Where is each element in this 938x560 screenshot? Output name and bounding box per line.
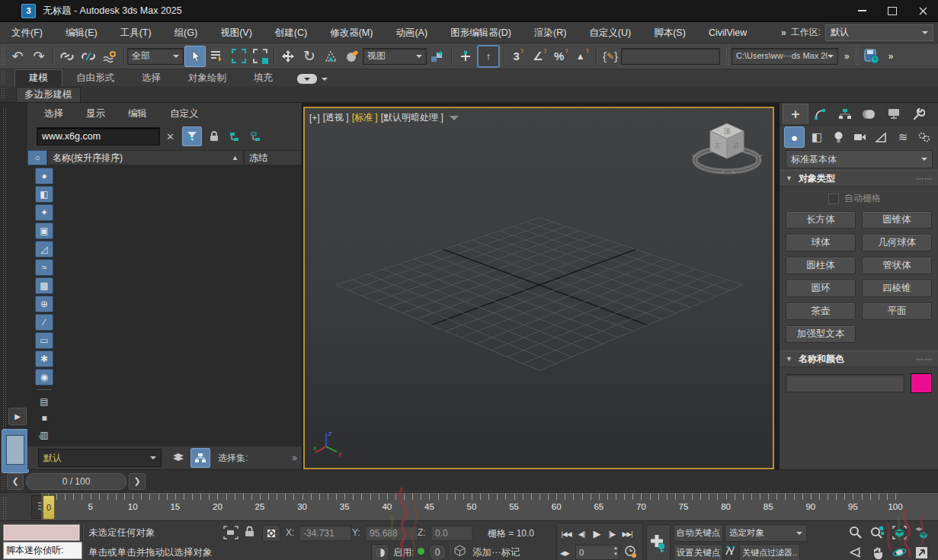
viewcube[interactable]: 顶 左 前 bbox=[690, 116, 764, 180]
primitive-button[interactable]: 几何球体 bbox=[862, 234, 932, 251]
category-systems-icon[interactable] bbox=[915, 127, 934, 147]
tab-utilities[interactable] bbox=[906, 104, 930, 124]
select-and-move-button[interactable] bbox=[278, 46, 298, 66]
snaps-toggle-3d[interactable]: 3ˀ bbox=[508, 46, 528, 66]
display-list-2-icon[interactable]: ■ bbox=[36, 411, 53, 426]
ribbon-minimize-button[interactable] bbox=[297, 74, 317, 84]
frame-spinner[interactable]: ▲▼ bbox=[613, 545, 618, 557]
explorer-preset-combo[interactable]: 默认 bbox=[38, 449, 162, 467]
use-pivot-center-button[interactable] bbox=[427, 46, 447, 66]
orbit-button[interactable] bbox=[888, 542, 911, 560]
time-slider-handle[interactable]: 0 bbox=[43, 495, 55, 520]
app-icon[interactable]: 3 bbox=[21, 4, 36, 18]
percent-snap-toggle[interactable]: %ˀ bbox=[551, 46, 571, 66]
clear-search-icon[interactable]: ✕ bbox=[160, 131, 181, 142]
selection-filter-combo[interactable]: 全部 bbox=[127, 48, 184, 65]
perspective-viewport[interactable]: [+] [透视 ] [标准 ] [默认明暗处理 ] 顶 左 前 x y bbox=[303, 107, 774, 469]
primitive-button[interactable]: 圆柱体 bbox=[786, 257, 856, 274]
undo-button[interactable]: ↶ bbox=[8, 46, 27, 66]
play-button[interactable]: ▶ bbox=[589, 525, 604, 542]
menu-item[interactable]: 工具(T) bbox=[109, 23, 163, 43]
previous-frame-arrow[interactable]: ❮ bbox=[7, 473, 24, 490]
toolbar-overflow-chevron[interactable]: » bbox=[838, 51, 854, 62]
display-containers-icon[interactable]: ▭ bbox=[35, 332, 53, 349]
macro-recorder-pane[interactable] bbox=[3, 524, 80, 541]
display-spacewarps-icon[interactable]: ≈ bbox=[35, 259, 53, 276]
layer-explorer-icon[interactable] bbox=[169, 449, 187, 467]
chevron-down-icon[interactable] bbox=[322, 78, 328, 84]
display-geometry-icon[interactable]: ● bbox=[35, 168, 53, 184]
display-hidden-icon[interactable]: ◉ bbox=[35, 369, 53, 386]
next-frame-arrow[interactable]: ❯ bbox=[129, 473, 146, 490]
reference-coordinate-combo[interactable]: 视图 bbox=[363, 48, 427, 65]
maximize-button[interactable] bbox=[877, 1, 908, 21]
keyboard-override-toggle[interactable]: ↑ bbox=[477, 45, 500, 68]
category-lights-icon[interactable] bbox=[829, 127, 848, 147]
degradation-zero-button[interactable]: 0 bbox=[428, 544, 447, 560]
leftdock-grip[interactable] bbox=[3, 108, 7, 468]
explorer-search-input[interactable] bbox=[37, 127, 160, 146]
menu-item[interactable]: 编辑(E) bbox=[54, 23, 109, 43]
next-frame-button[interactable]: ||▶ bbox=[604, 525, 619, 542]
pan-button[interactable] bbox=[866, 542, 888, 560]
redo-button[interactable]: ↷ bbox=[29, 46, 49, 66]
lock-icon[interactable] bbox=[205, 127, 223, 146]
menu-item[interactable]: 图形编辑器(D) bbox=[439, 23, 523, 43]
set-key-button[interactable]: 设置关键点 bbox=[674, 544, 723, 560]
previous-frame-button[interactable]: ◀|| bbox=[574, 525, 589, 542]
category-helpers-icon[interactable] bbox=[872, 127, 891, 147]
ribbon-subtab-polymodeling[interactable]: 多边形建模 bbox=[16, 87, 81, 102]
column-header-name[interactable]: 名称(按升序排序) ▲ bbox=[47, 150, 244, 165]
primitive-button[interactable]: 加强型文本 bbox=[786, 325, 856, 343]
maxscript-mini-listener[interactable]: 脚本迷你侦听: bbox=[3, 542, 82, 559]
resize-grip-icon[interactable]: ⋱ bbox=[930, 557, 936, 560]
timeline-grip[interactable] bbox=[3, 498, 7, 520]
absolute-mode-toggle[interactable] bbox=[262, 525, 280, 542]
select-and-link-button[interactable] bbox=[57, 46, 77, 66]
y-coordinate-field[interactable]: 95.688 bbox=[365, 525, 418, 541]
footer-overflow-chevron[interactable]: » bbox=[292, 453, 297, 463]
key-mode-toggle[interactable]: ◀▶ bbox=[557, 544, 572, 560]
tab-display[interactable] bbox=[882, 104, 906, 124]
search-filter-button[interactable] bbox=[182, 126, 202, 146]
bind-to-spacewarp-button[interactable] bbox=[100, 46, 120, 66]
viewport-layout-tab[interactable] bbox=[2, 429, 29, 473]
display-cameras-icon[interactable]: ▣ bbox=[35, 222, 53, 239]
display-groups-icon[interactable]: ▩ bbox=[35, 277, 53, 294]
expand-panel-button[interactable]: ▶ bbox=[8, 408, 27, 425]
frame-indicator[interactable]: 0 / 100 bbox=[26, 473, 126, 490]
category-spacewarps-icon[interactable]: ≋ bbox=[893, 127, 912, 147]
primitive-button[interactable]: 长方体 bbox=[786, 211, 856, 229]
toolbar-grip-2[interactable] bbox=[726, 46, 730, 66]
select-object-button[interactable] bbox=[184, 46, 206, 67]
display-shapes-icon[interactable]: ◧ bbox=[35, 186, 53, 203]
adaptive-degradation-button[interactable] bbox=[371, 544, 389, 560]
primitive-button[interactable]: 管状体 bbox=[862, 257, 932, 274]
explorer-menu-item[interactable]: 自定义 bbox=[170, 107, 199, 120]
expand-hierarchy-icon[interactable] bbox=[226, 127, 245, 146]
autobackup-button[interactable] bbox=[862, 46, 882, 66]
rollout-name-color[interactable]: ▼ 名称和颜色 ⋯⋯ bbox=[780, 350, 938, 367]
ribbon-tab[interactable]: 对象绘制 bbox=[174, 70, 240, 86]
angle-snap-toggle[interactable]: ∠ˀ bbox=[530, 46, 549, 66]
add-time-tag[interactable]: 添加⋯标记 bbox=[472, 546, 520, 559]
time-tag-cube-icon[interactable] bbox=[454, 545, 466, 556]
viewport-menu-style[interactable]: [标准 ] bbox=[352, 111, 378, 124]
named-selection-sets-combo[interactable] bbox=[621, 48, 720, 65]
menu-item[interactable]: 动画(A) bbox=[384, 23, 439, 43]
ribbon-tab[interactable]: 选择 bbox=[128, 70, 174, 86]
select-and-scale-button[interactable] bbox=[321, 46, 341, 66]
ribbon2-grip[interactable] bbox=[2, 88, 5, 99]
rollout-object-type[interactable]: ▼ 对象类型 ⋯⋯ bbox=[780, 170, 938, 187]
auto-key-button[interactable]: 自动关键点 bbox=[674, 524, 723, 542]
trackbar-grip[interactable] bbox=[2, 472, 5, 490]
primitive-button[interactable]: 圆锥体 bbox=[862, 211, 932, 229]
explorer-menu-item[interactable]: 显示 bbox=[86, 107, 105, 120]
menu-overflow-chevron[interactable]: » bbox=[775, 27, 791, 38]
minimize-button[interactable] bbox=[847, 1, 877, 21]
menu-item[interactable]: 修改器(M) bbox=[319, 23, 384, 43]
display-xrefs-icon[interactable]: ⊕ bbox=[35, 296, 53, 312]
menu-item[interactable]: 组(G) bbox=[163, 23, 210, 43]
tab-motion[interactable] bbox=[857, 104, 882, 124]
viewport-menu-pov[interactable]: [透视 ] bbox=[323, 111, 349, 124]
